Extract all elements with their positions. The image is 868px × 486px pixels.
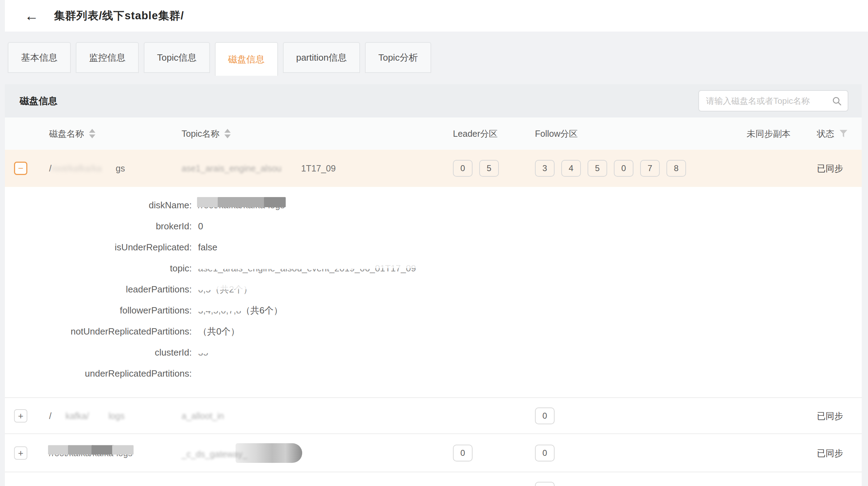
sort-asc-icon[interactable] bbox=[89, 129, 95, 133]
search-icon[interactable] bbox=[832, 96, 842, 106]
detail-row-brokerid: brokerId: 0 bbox=[5, 216, 862, 237]
search-box bbox=[698, 90, 848, 112]
column-header-unsync: 未同步副本 bbox=[747, 128, 791, 140]
disk-name-cell: /root/kafka/kags bbox=[49, 163, 125, 174]
detail-value-diskname: /root/kafka/kafka-logs bbox=[198, 200, 285, 211]
tab-partition-info[interactable]: partition信息 bbox=[283, 42, 360, 73]
topic-name-cell: a_alloot_in bbox=[182, 411, 224, 421]
sort-desc-icon[interactable] bbox=[224, 135, 231, 139]
expand-row-button[interactable]: + bbox=[14, 446, 27, 460]
tab-disk-info[interactable]: 磁盘信息 bbox=[215, 42, 278, 76]
follower-partition-tags: 3 4 5 0 7 8 bbox=[535, 160, 686, 177]
sort-control-topic[interactable] bbox=[224, 129, 231, 139]
follower-partition-tags: 0 bbox=[535, 407, 555, 424]
tab-basic-info[interactable]: 基本信息 bbox=[8, 42, 71, 73]
topic-name-cell: _c_ds_gateway_ bbox=[182, 443, 302, 463]
detail-row-followerpartitions: followerPartitions: 3,4,5,0,7,8（共6个） bbox=[5, 300, 862, 321]
section-title: 磁盘信息 bbox=[20, 95, 57, 107]
detail-value-isunderreplicated: false bbox=[198, 242, 217, 253]
partition-tag: 5 bbox=[479, 160, 499, 177]
detail-row-topic: topic: ase1_arais_engine_alsou_event_201… bbox=[5, 258, 862, 279]
partition-tag: 5 bbox=[588, 160, 607, 177]
disk-table: 磁盘名称 Topic名称 Leader分区 Follow分区 未同步副本 状态 bbox=[5, 117, 862, 486]
column-header-status: 状态 bbox=[817, 128, 834, 140]
table-row-partial[interactable] bbox=[5, 472, 862, 486]
tab-topic-analysis[interactable]: Topic分析 bbox=[365, 42, 431, 73]
detail-row-leaderpartitions: leaderPartitions: 0,5（共2个） bbox=[5, 279, 862, 300]
sort-desc-icon[interactable] bbox=[89, 135, 95, 139]
follower-partition-tags: 0 bbox=[535, 445, 555, 461]
status-badge: 已同步 bbox=[817, 410, 843, 421]
detail-value-clusterid: 35 bbox=[198, 347, 208, 358]
partition-tag: 0 bbox=[535, 407, 555, 424]
detail-value-brokerid: 0 bbox=[198, 221, 203, 232]
column-header-topic: Topic名称 bbox=[182, 128, 219, 140]
sort-control-disk[interactable] bbox=[89, 129, 95, 139]
detail-value-leaderpartitions: 0,5（共2个） bbox=[198, 283, 252, 296]
column-header-disk: 磁盘名称 bbox=[49, 128, 84, 140]
partition-tag: 7 bbox=[640, 160, 660, 177]
disk-name-cell: /root/kafka/kafka-logs bbox=[49, 448, 133, 458]
leader-partition-tags: 0 bbox=[453, 445, 473, 461]
filter-icon[interactable] bbox=[839, 129, 848, 138]
table-header-row: 磁盘名称 Topic名称 Leader分区 Follow分区 未同步副本 状态 bbox=[5, 117, 862, 150]
leader-partition-tags: 0 5 bbox=[453, 160, 499, 177]
partition-tag: 0 bbox=[535, 445, 555, 461]
back-arrow-icon[interactable]: ← bbox=[25, 9, 39, 23]
detail-row-isunderreplicated: isUnderReplicated: false bbox=[5, 237, 862, 258]
status-badge: 已同步 bbox=[817, 447, 843, 459]
partition-tag: 0 bbox=[453, 160, 473, 177]
detail-value-topic: ase1_arais_engine_alsou_event_2019_06_01… bbox=[198, 263, 416, 274]
detail-row-notunderreplicated: notUnderReplicatedPartitions: （共0个） bbox=[5, 321, 862, 342]
column-header-follow: Follow分区 bbox=[535, 128, 578, 140]
partition-tag: 0 bbox=[453, 445, 473, 461]
detail-value-notunderreplicated: （共0个） bbox=[198, 325, 239, 338]
status-badge: 已同步 bbox=[817, 163, 843, 174]
topic-name-cell: ase1_arais_engine_alsou1T17_09 bbox=[182, 163, 336, 174]
partition-tag bbox=[535, 482, 555, 486]
sort-asc-icon[interactable] bbox=[224, 129, 231, 133]
section-header: 磁盘信息 bbox=[5, 84, 862, 117]
detail-row-clusterid: clusterId: 35 bbox=[5, 342, 862, 363]
partition-tag: 4 bbox=[561, 160, 581, 177]
row-detail-panel: diskName: /root/kafka/kafka-logs brokerI… bbox=[5, 187, 862, 398]
table-row[interactable]: + /kafka/logs a_alloot_in 0 已同步 bbox=[5, 398, 862, 434]
search-input[interactable] bbox=[699, 96, 832, 106]
detail-row-underreplicatedpartitions: underReplicatedPartitions: bbox=[5, 363, 862, 384]
collapse-row-button[interactable]: − bbox=[14, 162, 27, 175]
tab-monitor-info[interactable]: 监控信息 bbox=[76, 42, 139, 73]
column-header-leader: Leader分区 bbox=[453, 128, 498, 140]
detail-value-followerpartitions: 3,4,5,0,7,8（共6个） bbox=[198, 304, 283, 317]
partition-tag: 8 bbox=[666, 160, 686, 177]
disk-name-cell: /kafka/logs bbox=[49, 411, 125, 421]
expand-row-button[interactable]: + bbox=[14, 409, 27, 423]
tab-topic-info[interactable]: Topic信息 bbox=[144, 42, 210, 73]
page-title: 集群列表/线下stable集群/ bbox=[54, 8, 184, 23]
page-header: ← 集群列表/线下stable集群/ bbox=[5, 0, 868, 32]
partition-tag: 0 bbox=[614, 160, 633, 177]
table-row[interactable]: + /root/kafka/kafka-logs _c_ds_gateway_ … bbox=[5, 434, 862, 472]
partition-tag: 3 bbox=[535, 160, 555, 177]
tab-bar: 基本信息 监控信息 Topic信息 磁盘信息 partition信息 Topic… bbox=[8, 42, 431, 76]
detail-row-diskname: diskName: /root/kafka/kafka-logs bbox=[5, 195, 862, 216]
table-row-expanded[interactable]: − /root/kafka/kags ase1_arais_engine_als… bbox=[5, 150, 862, 187]
